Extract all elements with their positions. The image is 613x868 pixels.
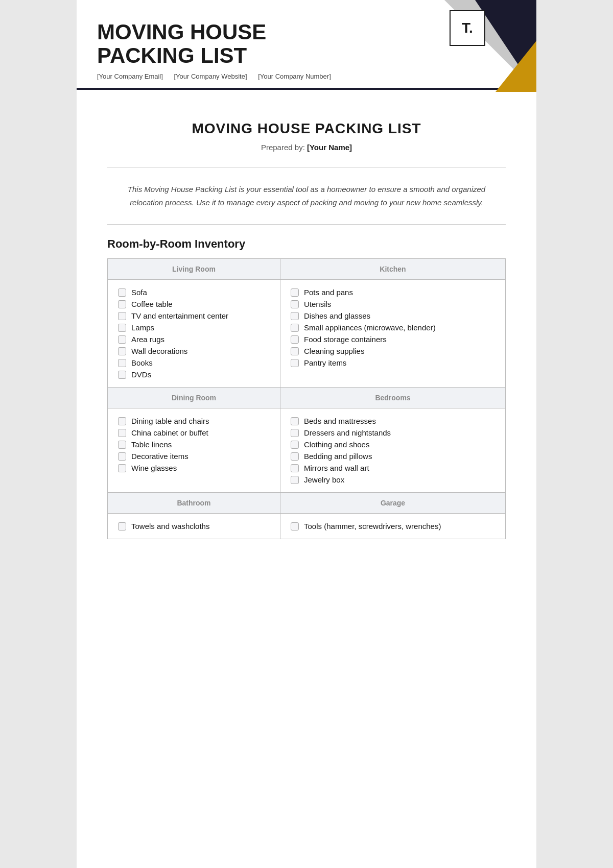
room-header-dining-room: Dining Room <box>108 388 280 408</box>
list-item: Clothing and shoes <box>291 440 495 449</box>
list-item: Towels and washcloths <box>118 522 270 531</box>
description: This Moving House Packing List is your e… <box>107 178 506 214</box>
page: T. MOVING HOUSE PACKING LIST [Your Compa… <box>77 0 536 868</box>
bathroom-garage-row: Towels and washcloths Tools (hammer, scr… <box>108 514 506 539</box>
checkbox[interactable] <box>118 417 126 425</box>
checkbox[interactable] <box>291 417 299 425</box>
list-item: Books <box>118 358 270 367</box>
list-item: Lamps <box>118 323 270 332</box>
list-item: Tools (hammer, screwdrivers, wrenches) <box>291 522 495 531</box>
checkbox[interactable] <box>291 464 299 472</box>
logo-text: T. <box>462 20 473 36</box>
list-item: Decorative items <box>118 452 270 461</box>
list-item: DVDs <box>118 370 270 379</box>
room-header-bedrooms: Bedrooms <box>280 388 506 408</box>
checkbox[interactable] <box>291 300 299 308</box>
checkbox[interactable] <box>118 359 126 367</box>
list-item: TV and entertainment center <box>118 311 270 320</box>
checkbox[interactable] <box>118 288 126 297</box>
list-item: Dining table and chairs <box>118 417 270 425</box>
checkbox[interactable] <box>291 335 299 344</box>
room-header-living-room: Living Room <box>108 259 280 280</box>
checkbox[interactable] <box>118 335 126 344</box>
list-item: Small appliances (microwave, blender) <box>291 323 495 332</box>
checkbox[interactable] <box>118 429 126 437</box>
checkbox[interactable] <box>118 312 126 320</box>
header: T. MOVING HOUSE PACKING LIST [Your Compa… <box>77 0 536 88</box>
checkbox[interactable] <box>291 324 299 332</box>
checkbox[interactable] <box>291 312 299 320</box>
bedrooms-items: Beds and mattresses Dressers and nightst… <box>280 408 506 493</box>
list-item: Wall decorations <box>118 347 270 355</box>
contact-website: [Your Company Website] <box>174 73 247 80</box>
document-title: MOVING HOUSE PACKING LIST <box>107 120 506 137</box>
dining-bedrooms-row: Dining table and chairs China cabinet or… <box>108 408 506 493</box>
room-header-bathroom: Bathroom <box>108 493 280 514</box>
logo-box: T. <box>450 10 485 46</box>
list-item: Beds and mattresses <box>291 417 495 425</box>
list-item: Wine glasses <box>118 464 270 472</box>
list-item: Coffee table <box>118 300 270 308</box>
checkbox[interactable] <box>291 452 299 461</box>
checkbox[interactable] <box>291 476 299 484</box>
prepared-by: Prepared by: [Your Name] <box>107 143 506 152</box>
bathroom-items: Towels and washcloths <box>108 514 280 539</box>
list-item: Food storage containers <box>291 335 495 344</box>
list-item: Dishes and glasses <box>291 311 495 320</box>
contact-email: [Your Company Email] <box>97 73 163 80</box>
room-header-row-1: Living Room Kitchen <box>108 259 506 280</box>
checkbox[interactable] <box>118 324 126 332</box>
checkbox[interactable] <box>118 371 126 379</box>
checkbox[interactable] <box>118 347 126 355</box>
dining-room-items: Dining table and chairs China cabinet or… <box>108 408 280 493</box>
divider-2 <box>107 224 506 225</box>
kitchen-items: Pots and pans Utensils Dishes and glasse… <box>280 280 506 388</box>
inventory-table: Living Room Kitchen Sofa Coffee table TV… <box>107 258 506 539</box>
checkbox[interactable] <box>291 288 299 297</box>
checkbox[interactable] <box>118 522 126 531</box>
contact-number: [Your Company Number] <box>258 73 331 80</box>
list-item: Dressers and nightstands <box>291 428 495 437</box>
list-item: Table linens <box>118 440 270 449</box>
section-heading: Room-by-Room Inventory <box>107 237 506 251</box>
checkbox[interactable] <box>291 522 299 531</box>
list-item: Sofa <box>118 288 270 297</box>
room-header-kitchen: Kitchen <box>280 259 506 280</box>
room-header-garage: Garage <box>280 493 506 514</box>
room-header-row-2: Dining Room Bedrooms <box>108 388 506 408</box>
main-content: MOVING HOUSE PACKING LIST Prepared by: [… <box>77 90 536 560</box>
checkbox[interactable] <box>291 429 299 437</box>
list-item: Area rugs <box>118 335 270 344</box>
list-item: Bedding and pillows <box>291 452 495 461</box>
header-title: MOVING HOUSE PACKING LIST <box>97 15 342 67</box>
garage-items: Tools (hammer, screwdrivers, wrenches) <box>280 514 506 539</box>
room-header-row-3: Bathroom Garage <box>108 493 506 514</box>
list-item: Pots and pans <box>291 288 495 297</box>
list-item: Utensils <box>291 300 495 308</box>
list-item: Cleaning supplies <box>291 347 495 355</box>
checkbox[interactable] <box>291 441 299 449</box>
checkbox[interactable] <box>118 441 126 449</box>
list-item: Mirrors and wall art <box>291 464 495 472</box>
list-item: Jewelry box <box>291 475 495 484</box>
list-item: Pantry items <box>291 358 495 367</box>
list-item: China cabinet or buffet <box>118 428 270 437</box>
checkbox[interactable] <box>118 452 126 461</box>
living-kitchen-row: Sofa Coffee table TV and entertainment c… <box>108 280 506 388</box>
living-room-items: Sofa Coffee table TV and entertainment c… <box>108 280 280 388</box>
checkbox[interactable] <box>118 464 126 472</box>
divider-1 <box>107 167 506 167</box>
checkbox[interactable] <box>291 347 299 355</box>
checkbox[interactable] <box>118 300 126 308</box>
checkbox[interactable] <box>291 359 299 367</box>
